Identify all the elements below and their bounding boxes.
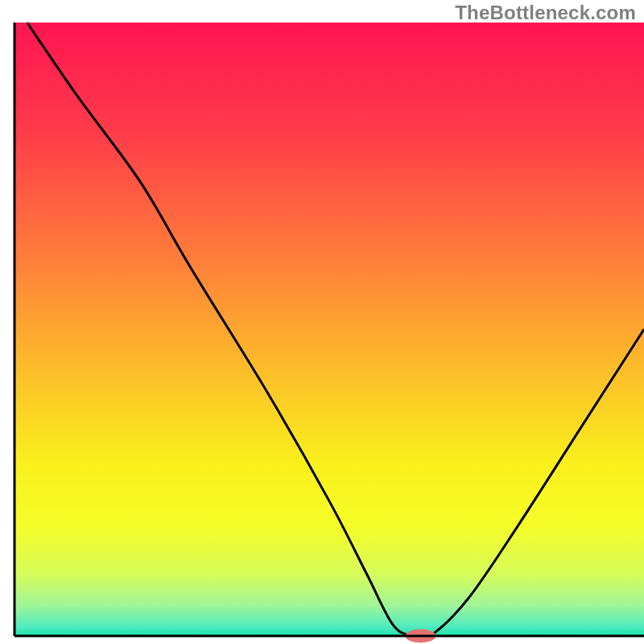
gradient-background <box>14 23 644 636</box>
bottleneck-chart: TheBottleneck.com <box>0 0 644 644</box>
watermark-text: TheBottleneck.com <box>455 2 636 24</box>
plot-area <box>14 23 644 642</box>
chart-svg <box>0 0 644 644</box>
